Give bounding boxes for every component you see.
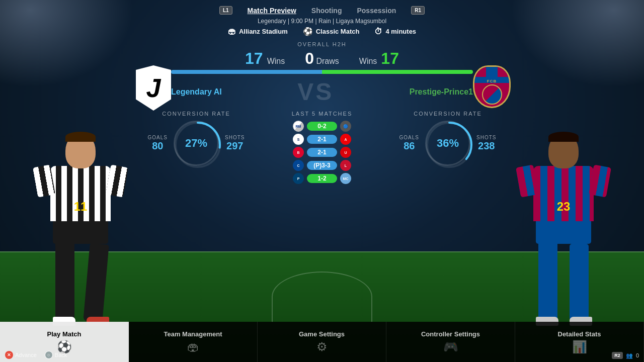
gamepad-icon: 🎮 xyxy=(443,340,458,354)
right-conv-circle: 36% xyxy=(425,121,470,166)
h2h-left-wins-label: Wins xyxy=(267,57,285,66)
nav-left-button[interactable]: L1 xyxy=(219,6,232,15)
match-info: Legendary | 9:00 PM | Rain | Ligaya Mags… xyxy=(0,18,644,25)
back-label: Back xyxy=(55,352,67,358)
left-conversion-rate: CONVERSION RATE GOALS 80 27% SHOTS 297 xyxy=(141,111,252,166)
right-conv-title: CONVERSION RATE xyxy=(414,111,482,117)
badge-manutd: U xyxy=(340,147,351,158)
play-match-label: Play Match xyxy=(47,330,82,338)
nav-item-shooting[interactable]: Shooting xyxy=(311,7,342,15)
score-5: 1-2 xyxy=(307,174,337,183)
left-conv-circle: 27% xyxy=(174,121,219,166)
vs-section: Legendary AI VS Prestige-Prince1 xyxy=(0,78,644,106)
last5-title: LAST 5 MATCHES xyxy=(292,111,353,117)
team-management-button[interactable]: Team Management 🏟 xyxy=(129,322,258,362)
r2-icon: 👥 xyxy=(626,352,633,359)
h2h-left-wins-number: 17 xyxy=(245,49,263,68)
score-3: 2-1 xyxy=(307,148,337,157)
h2h-bar xyxy=(171,70,473,74)
right-team-label: Prestige-Prince1 xyxy=(410,87,473,97)
h2h-draws-label: Draws xyxy=(316,57,339,65)
right-shots-stat: SHOTS 238 xyxy=(476,135,496,152)
nav-item-possession[interactable]: Possession xyxy=(357,7,396,15)
h2h-draws: 0 Draws xyxy=(305,49,339,68)
top-nav: L1 Match Preview Shooting Possession R1 xyxy=(0,0,644,18)
right-goals-label: GOALS xyxy=(399,135,419,140)
vs-text: VS xyxy=(297,78,334,106)
venue-row: 🏟 Allianz Stadium ⚽ Classic Match ⏱ 4 mi… xyxy=(0,27,644,36)
badge-liverpool: L xyxy=(340,160,351,171)
right-conversion-rate: CONVERSION RATE GOALS 86 36% SHOTS 238 xyxy=(392,111,503,166)
r2-hint: R2 👥 0 xyxy=(612,352,639,359)
controller-settings-label: Controller Settings xyxy=(421,330,480,338)
venue-name: Allianz Stadium xyxy=(239,28,288,35)
right-conv-inner: GOALS 86 36% SHOTS 238 xyxy=(399,121,497,166)
game-settings-button[interactable]: Game Settings ⚙ xyxy=(258,322,386,362)
badge-spurs: S xyxy=(293,134,304,145)
last5-match-2: S 2-1 A xyxy=(293,134,351,145)
score-4: (P)3-3 xyxy=(307,161,337,170)
badge-chelsea: C xyxy=(293,160,304,171)
r2-value: 0 xyxy=(636,352,639,358)
team-management-label: Team Management xyxy=(164,330,222,338)
stadium-icon: 🏟 xyxy=(228,27,236,36)
h2h-bar-left xyxy=(171,70,322,74)
controller-hints: ✕ Advance ○ Back xyxy=(5,351,67,359)
advance-label: Advance xyxy=(15,352,37,358)
h2h-right-wins-label: Wins xyxy=(359,57,377,66)
advance-hint: ✕ Advance xyxy=(5,351,37,359)
stats-section: CONVERSION RATE GOALS 80 27% SHOTS 297 xyxy=(0,111,644,186)
right-goals-value: 86 xyxy=(404,140,415,152)
h2h-row: 17 Wins 0 Draws Wins 17 xyxy=(146,49,498,68)
venue-item: 🏟 Allianz Stadium xyxy=(228,27,288,36)
h2h-bar-right xyxy=(322,70,473,74)
h2h-label: OVERALL H2H xyxy=(297,41,346,47)
nav-right-button[interactable]: R1 xyxy=(411,6,425,15)
last5-section: LAST 5 MATCHES RM 0-2 🔵 S 2-1 A B 2-1 U … xyxy=(252,111,392,186)
right-goals-stat: GOALS 86 xyxy=(399,135,419,152)
r2-button: R2 xyxy=(612,352,623,359)
clock-icon: ⏱ xyxy=(374,27,382,36)
o-button-icon: ○ xyxy=(45,351,53,359)
h2h-left-wins: 17 Wins xyxy=(245,49,285,68)
right-shots-label: SHOTS xyxy=(476,135,496,140)
last5-match-4: C (P)3-3 L xyxy=(293,160,351,171)
left-shots-value: 297 xyxy=(226,140,243,152)
left-shots-stat: SHOTS 297 xyxy=(225,135,245,152)
h2h-right-wins: Wins 17 xyxy=(359,49,399,68)
duration-label: 4 minutes xyxy=(385,28,416,35)
badge-unknown-1: 🔵 xyxy=(340,121,351,132)
weather-label: Rain xyxy=(318,18,331,25)
match-type-item: ⚽ Classic Match xyxy=(303,27,360,36)
gear-icon: ⚙ xyxy=(316,340,328,354)
badge-mancity: MC xyxy=(340,173,351,184)
badge-arsenal: A xyxy=(340,134,351,145)
left-goals-value: 80 xyxy=(152,140,163,152)
badge-real-madrid: RM xyxy=(293,121,304,132)
time-label: 9:00 PM xyxy=(291,18,313,25)
ball-icon: ⚽ xyxy=(303,27,313,36)
last5-match-1: RM 0-2 🔵 xyxy=(293,121,351,132)
left-conv-inner: GOALS 80 27% SHOTS 297 xyxy=(148,121,245,166)
back-hint: ○ Back xyxy=(45,351,67,359)
controller-settings-button[interactable]: Controller Settings 🎮 xyxy=(386,322,515,362)
duration-item: ⏱ 4 minutes xyxy=(374,27,416,36)
bottom-bar: Play Match ⚽ Team Management 🏟 Game Sett… xyxy=(0,322,644,362)
last5-match-3: B 2-1 U xyxy=(293,147,351,158)
h2h-draws-number: 0 xyxy=(305,49,314,67)
left-team-label: Legendary AI xyxy=(171,87,222,97)
h2h-section: OVERALL H2H 17 Wins 0 Draws Wins 17 xyxy=(0,41,644,74)
league-label: Ligaya Magsumbol xyxy=(336,18,386,25)
badge-bayern: B xyxy=(293,147,304,158)
last5-match-5: P 1-2 MC xyxy=(293,173,351,184)
h2h-right-wins-number: 17 xyxy=(381,49,399,68)
nav-item-match-preview[interactable]: Match Preview xyxy=(248,7,296,15)
score-1: 0-2 xyxy=(307,122,337,131)
team-mgmt-icon: 🏟 xyxy=(187,340,199,354)
match-type-label: Classic Match xyxy=(316,28,360,35)
x-button-icon: ✕ xyxy=(5,351,13,359)
left-conv-title: CONVERSION RATE xyxy=(162,111,230,117)
game-settings-label: Game Settings xyxy=(299,330,345,338)
detailed-stats-label: Detailed Stats xyxy=(558,330,601,338)
right-shots-value: 238 xyxy=(478,140,495,152)
